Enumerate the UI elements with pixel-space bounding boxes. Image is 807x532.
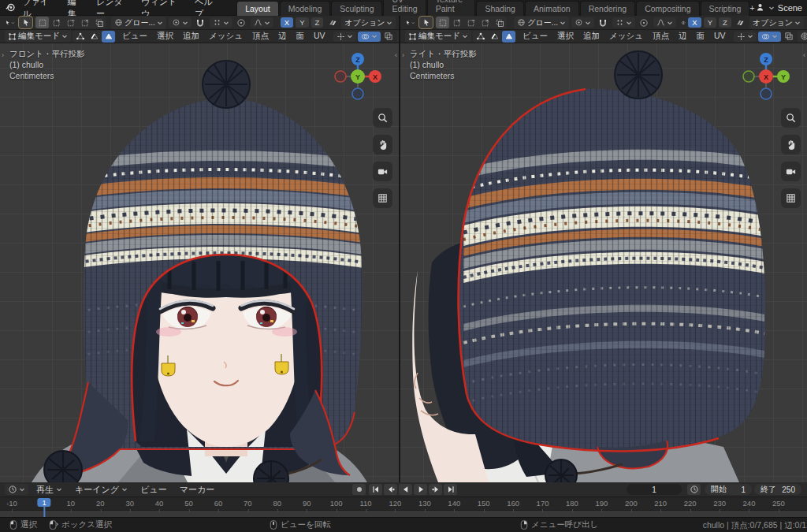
camera-view-button[interactable] [781,162,801,181]
mirror-x-button[interactable]: X [688,17,701,28]
workspace-tab[interactable]: Shading [476,1,524,16]
select-invert-button[interactable] [478,17,492,28]
timeline-ruler[interactable]: -101102030405060708090100110120130140150… [0,497,807,511]
mirror-y-button[interactable]: Y [704,17,716,28]
ortho-toggle-button[interactable] [373,188,392,208]
correct-face-attributes-toggle[interactable] [325,17,339,28]
falloff-dropdown[interactable] [653,17,676,28]
mirror-y-button[interactable]: Y [296,17,308,28]
mirror-z-button[interactable]: Z [719,17,731,28]
select-intersect-button[interactable] [92,17,106,28]
pivot-dropdown[interactable] [571,17,594,28]
active-tool-dropdown[interactable] [404,17,417,28]
playhead[interactable]: 1 [38,498,51,507]
gizmos-dropdown[interactable] [734,32,757,42]
sidebar-expand-chevron[interactable]: ‹ [395,51,397,59]
edge-select-button[interactable] [488,31,501,43]
overlays-dropdown[interactable] [758,32,781,42]
falloff-dropdown[interactable] [251,17,273,28]
viewport-menu-item[interactable]: メッシュ [204,30,247,43]
workspace-tab[interactable]: Texture Paint [427,0,476,16]
prev-keyframe-button[interactable] [384,484,397,495]
select-new-button[interactable] [436,17,449,28]
gizmos-dropdown[interactable] [333,32,356,42]
ortho-toggle-button[interactable] [781,188,801,208]
viewport-menu-item[interactable]: メッシュ [604,30,648,43]
auto-keying-button[interactable] [352,484,366,495]
marker-menu[interactable]: マーカー [175,483,220,497]
jump-to-start-button[interactable] [369,484,382,495]
mode-dropdown[interactable]: 編集モード [405,30,471,43]
snap-toggle[interactable] [194,17,207,28]
use-preview-range-button[interactable] [687,484,701,495]
toolbar-expand-chevron[interactable]: › [2,51,4,59]
select-extend-button[interactable] [450,17,463,28]
toolbar-expand-chevron[interactable]: › [402,51,404,59]
viewport-3d-front[interactable]: フロント・平行投影 (1) chullo Centimeters › ‹ Z X [0,43,399,482]
orientation-dropdown[interactable]: グロー... [111,17,166,29]
select-new-button[interactable] [35,17,49,28]
snap-target-dropdown[interactable] [210,17,232,28]
viewport-3d-side[interactable]: ライト・平行投影 (1) chullo Centimeters › ‹ Z Y [400,43,807,482]
viewport-menu-item[interactable]: UV [309,30,330,43]
workspace-tab[interactable]: Rendering [580,1,635,16]
viewport-menu-item[interactable]: 辺 [674,30,692,43]
viewport-menu-item[interactable]: 頂点 [247,30,273,43]
select-subtract-button[interactable] [64,17,77,28]
play-button[interactable] [414,484,427,495]
frame-end-field[interactable]: 終了 250 [754,484,801,495]
navigation-gizmo[interactable]: Z Y X [738,48,794,105]
zoom-button[interactable] [781,108,801,128]
mirror-x-button[interactable]: X [281,17,293,28]
vertex-select-button[interactable] [73,31,87,43]
workspace-tab[interactable]: Compositing [636,1,699,16]
next-keyframe-button[interactable] [429,484,442,495]
keying-menu[interactable]: キーイング [70,483,132,497]
timeline-editor-type-dropdown[interactable] [5,484,28,495]
edge-select-button[interactable] [87,31,101,43]
pan-button[interactable] [781,135,801,154]
navigation-gizmo[interactable]: Z X Y [329,48,386,105]
pivot-dropdown[interactable] [169,17,192,28]
xray-toggle[interactable] [382,31,396,43]
workspace-tab[interactable]: Layout [236,1,279,16]
current-frame-field[interactable]: 1 [627,484,682,495]
select-extend-button[interactable] [50,17,63,28]
wireframe-shading-button[interactable] [798,31,807,43]
blender-logo-icon[interactable] [5,2,16,13]
viewport-menu-item[interactable]: 辺 [273,30,292,43]
xray-toggle[interactable] [783,31,796,43]
options-dropdown[interactable]: オプション [749,17,804,29]
workspace-tab[interactable]: Scripting [701,1,750,16]
snap-target-dropdown[interactable] [612,17,635,28]
tweak-tool-button[interactable] [419,17,433,28]
jump-to-end-button[interactable] [444,484,457,495]
options-dropdown[interactable]: オプション [341,17,396,29]
vertex-select-button[interactable] [474,31,487,43]
view-menu[interactable]: ビュー [136,483,172,497]
viewport-menu-item[interactable]: 選択 [152,30,178,43]
viewport-menu-item[interactable]: 選択 [552,30,578,43]
frame-start-field[interactable]: 開始 1 [705,484,752,495]
tweak-tool-button[interactable] [19,17,32,28]
scene-selector[interactable]: Scene [755,2,802,13]
overlays-dropdown[interactable] [358,32,381,42]
orientation-dropdown[interactable]: グロー... [514,17,569,29]
snap-toggle[interactable] [597,17,610,28]
viewport-menu-item[interactable]: UV [709,30,731,43]
playback-menu[interactable]: 再生 [32,483,67,497]
pan-button[interactable] [373,135,392,154]
mode-dropdown[interactable]: 編集モード [5,30,71,43]
select-invert-button[interactable] [78,17,91,28]
zoom-button[interactable] [373,108,392,128]
viewport-menu-item[interactable]: ビュー [117,30,152,43]
proportional-edit-toggle[interactable] [638,17,651,28]
mirror-z-button[interactable]: Z [311,17,324,28]
face-select-button[interactable] [502,31,515,43]
active-tool-dropdown[interactable] [3,17,17,28]
timeline-track-area[interactable] [0,511,807,517]
viewport-menu-item[interactable]: 追加 [178,30,204,43]
proportional-edit-toggle[interactable] [235,17,248,28]
correct-face-attributes-toggle[interactable] [734,17,747,28]
viewport-menu-item[interactable]: 頂点 [648,30,674,43]
